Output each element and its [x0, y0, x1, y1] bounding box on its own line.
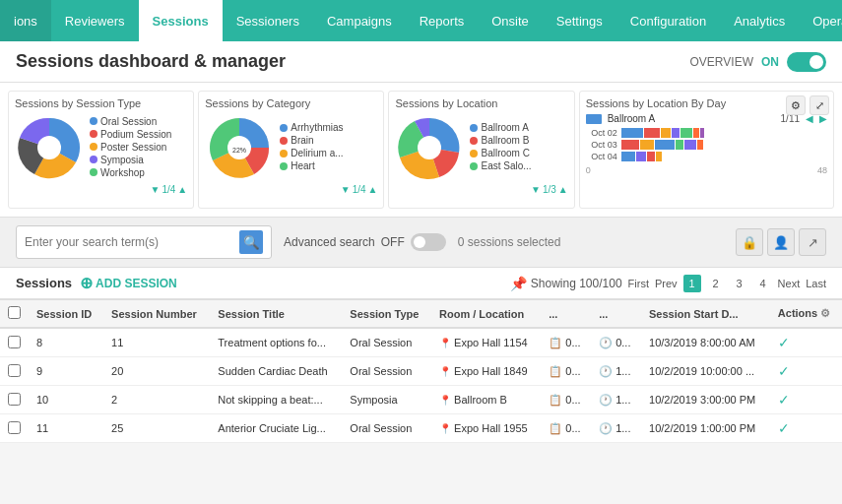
chart-location-nav-prev[interactable]: ▼ [531, 184, 541, 195]
row-check-11 [0, 414, 29, 443]
row-date-9: 10/2/2019 10:00:00 ... [641, 357, 770, 386]
table-row: 9 20 Sudden Cardiac Death Oral Session 📍… [0, 357, 842, 386]
chart-session-type-nav-next[interactable]: ▲ [177, 184, 187, 195]
page-1[interactable]: 1 [683, 275, 701, 292]
row-checkbox-8[interactable] [8, 336, 21, 348]
chart-gear-btn[interactable]: ⚙ [786, 95, 806, 115]
col-header-actions: Actions ⚙ [770, 300, 842, 329]
table-row: 11 25 Anterior Cruciate Lig... Oral Sess… [0, 414, 842, 443]
add-session-button[interactable]: ⊕ ADD SESSION [80, 274, 177, 292]
row-checkbox-11[interactable] [8, 421, 21, 434]
nav-item-onsite[interactable]: Onsite [478, 0, 543, 41]
chart-location-title: Sessions by Location [395, 97, 567, 109]
nav-item-operation[interactable]: Operation [799, 0, 842, 41]
chart-category: Sessions by Category 22% Arrhythmias Bra… [198, 91, 384, 209]
row-checkbox-10[interactable] [8, 393, 21, 406]
chart-location-legend: Ballroom A Ballroom B Ballroom C East Sa… [470, 122, 531, 173]
search-box[interactable]: 🔍 [16, 225, 272, 259]
row-actions-8: ✓ [770, 328, 842, 357]
nav-item-settings[interactable]: Settings [543, 0, 616, 41]
nav-item-ions[interactable]: ions [0, 0, 51, 41]
pie-location [395, 113, 464, 182]
chart-location-nav-next[interactable]: ▲ [558, 184, 568, 195]
row-title-9: Sudden Cardiac Death [210, 357, 342, 386]
col-header-id: Session ID [29, 300, 103, 329]
bookmark-button[interactable]: 🔒 [736, 228, 763, 256]
legend-item: Symposia [90, 155, 171, 165]
col-header-col6: ... [541, 300, 591, 329]
table-row: 10 2 Not skipping a beat:... Symposia 📍 … [0, 386, 842, 414]
row-location-8: 📍 Expo Hall 1154 [431, 328, 541, 357]
col-header-number: Session Number [103, 300, 210, 329]
nav-item-campaigns[interactable]: Campaigns [313, 0, 406, 41]
bar-chart-rows: Oct 02 Oct 03 [586, 128, 827, 161]
nav-item-configuration[interactable]: Configuration [616, 0, 720, 41]
chart-category-nav-prev[interactable]: ▼ [341, 184, 351, 195]
chart-session-type-nav-prev[interactable]: ▼ [151, 184, 161, 195]
toolbar-actions: 🔒 👤 ↗ [736, 228, 826, 256]
col-header-location: Room / Location [431, 300, 541, 329]
chart-category-inner: 22% Arrhythmias Brain Delirium a... Hear… [205, 113, 377, 182]
row-checkbox-9[interactable] [8, 364, 21, 377]
nav-item-sessioners[interactable]: Sessioners [223, 0, 313, 41]
select-all-checkbox[interactable] [8, 306, 21, 319]
row-number-8: 11 [103, 328, 210, 357]
add-session-label: ADD SESSION [96, 277, 177, 290]
page-3[interactable]: 3 [731, 275, 748, 292]
sessions-label: Sessions [16, 276, 72, 290]
action-check-11[interactable]: ✓ [778, 420, 790, 436]
x-max: 48 [817, 165, 827, 175]
chart-expand-btn[interactable]: ⤢ [810, 95, 829, 115]
search-submit-button[interactable]: 🔍 [239, 230, 263, 254]
chart-category-nav: ▼ 1/4 ▲ [205, 184, 377, 195]
person-button[interactable]: 👤 [767, 228, 795, 256]
nav-item-reviewers[interactable]: Reviewers [51, 0, 139, 41]
row-col7-8: 🕐 0... [591, 328, 641, 357]
table-header-row: Session ID Session Number Session Title … [0, 300, 842, 329]
advanced-search-toggle[interactable] [411, 233, 446, 251]
sessions-table: Session ID Session Number Session Title … [0, 299, 842, 443]
next-page-link[interactable]: Next [778, 278, 801, 289]
row-location-9: 📍 Expo Hall 1849 [431, 357, 541, 386]
chart-category-nav-next[interactable]: ▲ [368, 184, 378, 195]
page-2[interactable]: 2 [707, 275, 725, 292]
location-icon-8: 📍 [439, 338, 451, 348]
pin-icon: 📌 [510, 276, 527, 291]
chart-location-nav: ▼ 1/3 ▲ [395, 184, 567, 195]
page-4[interactable]: 4 [754, 275, 772, 292]
table-row: 8 11 Treatment options fo... Oral Sessio… [0, 328, 842, 357]
row-col7-9: 🕐 1... [591, 357, 641, 386]
row-type-10: Symposia [342, 386, 431, 414]
chart-category-legend: Arrhythmias Brain Delirium a... Heart [280, 122, 343, 173]
prev-page-link[interactable]: Prev [655, 278, 678, 289]
charts-area: Sessions by Session Type Oral SessionPod… [0, 83, 842, 218]
nav-item-reports[interactable]: Reports [406, 0, 479, 41]
row-number-9: 20 [103, 357, 210, 386]
location-icon-11: 📍 [439, 423, 451, 434]
search-input[interactable] [25, 235, 239, 249]
chart-legend-label: Ballroom A [608, 113, 655, 124]
actions-gear-icon[interactable]: ⚙ [820, 307, 830, 319]
row-date-10: 10/2/2019 3:00:00 PM [641, 386, 770, 414]
action-check-10[interactable]: ✓ [778, 392, 790, 408]
legend-item: Workshop [90, 167, 171, 178]
chart-actions: ⚙ ⤢ [786, 95, 829, 115]
sessions-bar: Sessions ⊕ ADD SESSION 📌 Showing 100/100… [0, 268, 842, 299]
toggle-state-label: ON [761, 55, 779, 69]
nav-item-analytics[interactable]: Analytics [720, 0, 799, 41]
action-check-8[interactable]: ✓ [778, 335, 790, 350]
row-number-10: 2 [103, 386, 210, 414]
bar-row-oct03: Oct 03 [586, 140, 827, 150]
overview-toggle-switch[interactable] [787, 52, 826, 72]
nav-item-sessions[interactable]: Sessions [139, 0, 223, 41]
action-check-9[interactable]: ✓ [778, 363, 790, 379]
row-col6-9: 📋 0... [541, 357, 591, 386]
chart-session-type-legend: Oral SessionPodium SessionPoster Session… [90, 116, 171, 180]
chart-session-type: Sessions by Session Type Oral SessionPod… [8, 91, 194, 209]
export-button[interactable]: ↗ [799, 228, 826, 256]
first-page-link[interactable]: First [628, 278, 649, 289]
legend-item: Podium Session [90, 129, 171, 140]
last-page-link[interactable]: Last [806, 278, 826, 289]
row-col6-10: 📋 0... [541, 386, 591, 414]
row-title-8: Treatment options fo... [210, 328, 342, 357]
